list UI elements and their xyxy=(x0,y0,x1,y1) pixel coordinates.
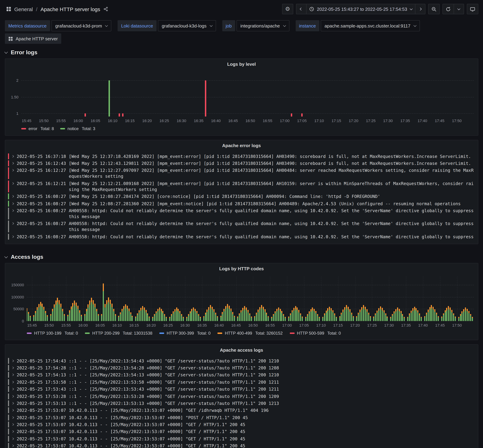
http-bar-4xx-segment xyxy=(418,311,419,312)
log-row[interactable]: 2022-05-25 17:53:0710.42.0.113 - - [25/M… xyxy=(8,442,475,448)
log-expand-chevron-icon[interactable] xyxy=(12,422,17,427)
dashboard-settings-button[interactable]: ⚙ xyxy=(282,4,293,14)
dashboard-link-apache-http-server[interactable]: Apache HTTP server xyxy=(5,33,61,44)
breadcrumb-section[interactable]: General xyxy=(14,6,33,12)
http-stacked-bar xyxy=(259,307,260,321)
http-stacked-bar xyxy=(54,304,55,321)
variables-row: Metrics datasourcegrafanacloud-k3d-promL… xyxy=(0,18,483,31)
http-bar-4xx-segment xyxy=(365,307,366,310)
log-expand-chevron-icon[interactable] xyxy=(12,386,17,392)
variable-value-dropdown[interactable]: integrations/apache xyxy=(237,20,289,31)
gridline xyxy=(321,277,322,321)
http-bar-2xx-segment xyxy=(147,315,148,321)
http-bar-2xx-segment xyxy=(142,309,143,321)
http-stacked-bar xyxy=(397,308,398,321)
x-axis-tick-label: 17:45 xyxy=(435,119,444,123)
http-bar-2xx-segment xyxy=(402,315,403,321)
http-stacked-bar xyxy=(76,303,77,321)
refresh-button[interactable] xyxy=(442,4,454,14)
http-stacked-bar xyxy=(249,313,250,321)
log-row[interactable]: 2022-05-25 17:53:0710.42.0.113 - - [25/M… xyxy=(8,414,475,421)
log-expand-chevron-icon[interactable] xyxy=(12,436,17,442)
http-bar-2xx-segment xyxy=(220,317,221,321)
http-bar-2xx-segment xyxy=(230,311,232,321)
section-error-logs[interactable]: Error logs xyxy=(0,44,483,56)
log-expand-chevron-icon[interactable] xyxy=(12,193,17,199)
log-row[interactable]: 2022-05-25 17:53:0710.42.0.113 - - [25/M… xyxy=(8,435,475,442)
log-expand-chevron-icon[interactable] xyxy=(12,153,17,159)
http-bar-4xx-segment xyxy=(40,302,41,305)
log-level-bar xyxy=(8,386,9,392)
http-stacked-bar xyxy=(254,316,255,321)
legend-item[interactable]: HTTP 100-199Total: 0 xyxy=(27,331,78,336)
log-expand-chevron-icon[interactable] xyxy=(12,393,17,399)
log-expand-chevron-icon[interactable] xyxy=(12,233,17,240)
zoom-out-icon xyxy=(431,7,436,12)
log-row[interactable]: 2022-05-25 16:08:27[Wed May 25 12:08:27.… xyxy=(8,193,475,200)
log-expand-chevron-icon[interactable] xyxy=(12,429,17,435)
log-expand-chevron-icon[interactable] xyxy=(12,443,17,448)
panel-logs-by-http-codes: Logs by HTTP codes 050000100000150000 15… xyxy=(5,263,478,340)
variable-value-dropdown[interactable]: apache.sample-apps.svc.cluster.local:911… xyxy=(321,20,420,31)
http-bar-2xx-segment xyxy=(55,305,56,321)
legend-item[interactable]: errorTotal: 8 xyxy=(21,126,54,131)
log-row[interactable]: 2022-05-25 16:12:27[Wed May 25 12:12:27.… xyxy=(8,167,475,180)
log-expand-chevron-icon[interactable] xyxy=(12,208,17,214)
log-expand-chevron-icon[interactable] xyxy=(12,200,17,207)
log-row[interactable]: 2022-05-25 16:12:43[Wed May 25 12:12:43.… xyxy=(8,160,475,167)
log-row[interactable]: 2022-05-25 16:08:27[Wed May 25 12:08:27.… xyxy=(8,200,475,207)
legend-item[interactable]: HTTP 300-399Total: 0 xyxy=(159,331,210,336)
time-range-picker[interactable]: 2022-05-25 15:43:27 to 2022-05-25 17:54:… xyxy=(306,4,415,14)
http-stacked-bar xyxy=(157,309,158,321)
panel-title[interactable]: Logs by HTTP codes xyxy=(5,263,478,274)
time-shift-forward-button[interactable] xyxy=(415,4,425,14)
variable-value-dropdown[interactable]: grafanacloud-k3d-logs xyxy=(158,20,216,31)
x-axis-tick-label: 17:35 xyxy=(400,119,410,123)
log-expand-chevron-icon[interactable] xyxy=(12,168,17,173)
panel-title[interactable]: Apache error logs xyxy=(5,140,478,151)
log-row[interactable]: 2022-05-25 17:53:28::1 - - [25/May/2022:… xyxy=(8,393,475,400)
panel-title[interactable]: Apache access logs xyxy=(5,345,478,355)
cycle-view-mode-button[interactable] xyxy=(467,4,478,14)
log-row[interactable]: 2022-05-25 17:54:28::1 - - [25/May/2022:… xyxy=(8,364,475,371)
log-row[interactable]: 2022-05-25 16:08:27AH00558: httpd: Could… xyxy=(8,220,475,233)
log-row[interactable]: 2022-05-25 17:53:0710.42.0.113 - - [25/M… xyxy=(8,407,475,414)
legend-item[interactable]: HTTP 400-499Total: 3260152 xyxy=(217,331,283,336)
log-row[interactable]: 2022-05-25 16:37:18[Wed May 25 12:37:18.… xyxy=(8,153,475,160)
gridline xyxy=(168,277,168,321)
log-expand-chevron-icon[interactable] xyxy=(12,358,17,364)
log-expand-chevron-icon[interactable] xyxy=(12,372,17,378)
log-row[interactable]: 2022-05-25 17:54:43::1 - - [25/May/2022:… xyxy=(8,357,475,364)
zoom-out-button[interactable] xyxy=(428,4,440,14)
log-row[interactable]: 2022-05-25 17:53:0710.42.0.113 - - [25/M… xyxy=(8,428,475,435)
log-timestamp: 2022-05-25 17:53:07 xyxy=(17,429,66,435)
log-expand-chevron-icon[interactable] xyxy=(12,415,17,420)
http-bar-4xx-segment xyxy=(145,310,146,312)
log-expand-chevron-icon[interactable] xyxy=(12,379,17,385)
http-stacked-bar xyxy=(361,307,362,321)
log-row[interactable]: 2022-05-25 16:08:27AH00558: httpd: Could… xyxy=(8,233,475,240)
log-row[interactable]: 2022-05-25 17:54:13::1 - - [25/May/2022:… xyxy=(8,371,475,379)
share-icon[interactable] xyxy=(103,7,108,11)
time-shift-back-button[interactable] xyxy=(296,4,306,14)
log-row[interactable]: 2022-05-25 16:12:21[Wed May 25 12:12:21.… xyxy=(8,180,475,193)
section-access-logs[interactable]: Access logs xyxy=(0,248,483,261)
refresh-interval-dropdown[interactable] xyxy=(453,4,464,14)
log-row[interactable]: 2022-05-25 17:53:0710.42.0.113 - - [25/M… xyxy=(8,421,475,428)
log-row[interactable]: 2022-05-25 16:08:27AH00558: httpd: Could… xyxy=(8,207,475,220)
legend-item[interactable]: HTTP 200-299Total: 13031538 xyxy=(85,331,152,336)
legend-item[interactable]: HTTP 500-599Total: 0 xyxy=(290,331,341,336)
log-expand-chevron-icon[interactable] xyxy=(12,221,17,227)
log-expand-chevron-icon[interactable] xyxy=(12,181,17,186)
log-row[interactable]: 2022-05-25 17:53:13::1 - - [25/May/2022:… xyxy=(8,400,475,407)
log-row[interactable]: 2022-05-25 17:53:43::1 - - [25/May/2022:… xyxy=(8,385,475,393)
panel-title[interactable]: Logs by level xyxy=(5,59,478,69)
log-expand-chevron-icon[interactable] xyxy=(12,408,17,413)
log-expand-chevron-icon[interactable] xyxy=(12,400,17,406)
http-bar-4xx-segment xyxy=(380,306,381,309)
log-row[interactable]: 2022-05-25 17:53:58::1 - - [25/May/2022:… xyxy=(8,378,475,385)
variable-value-dropdown[interactable]: grafanacloud-k3d-prom xyxy=(51,20,112,31)
legend-item[interactable]: noticeTotal: 3 xyxy=(60,126,95,131)
log-expand-chevron-icon[interactable] xyxy=(12,160,17,166)
log-expand-chevron-icon[interactable] xyxy=(12,365,17,371)
